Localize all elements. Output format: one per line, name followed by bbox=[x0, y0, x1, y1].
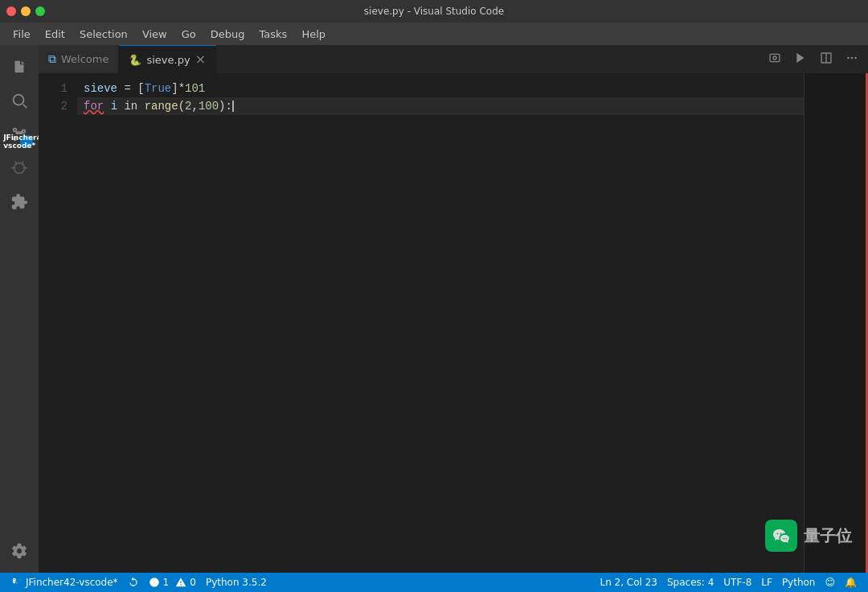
wechat-icon bbox=[765, 520, 797, 552]
status-sync[interactable] bbox=[123, 573, 144, 592]
editor-area: ⧉ Welcome 🐍 sieve.py × bbox=[39, 45, 868, 573]
tab-welcome-label: Welcome bbox=[61, 53, 108, 65]
camera-icon[interactable] bbox=[765, 48, 784, 71]
svg-point-6 bbox=[773, 56, 776, 60]
vscode-icon: ⧉ bbox=[48, 52, 56, 66]
svg-rect-5 bbox=[770, 54, 780, 61]
activity-extensions[interactable] bbox=[4, 187, 35, 217]
status-eol[interactable]: LF bbox=[756, 577, 777, 588]
tab-close-button[interactable]: × bbox=[195, 53, 206, 66]
git-icon bbox=[11, 577, 23, 588]
tab-sieve[interactable]: 🐍 sieve.py × bbox=[119, 45, 216, 73]
error-icon bbox=[149, 577, 160, 588]
activity-bar: JFincher42-vscode* bbox=[0, 45, 39, 573]
error-count: 1 bbox=[163, 577, 170, 588]
status-language[interactable]: Python bbox=[777, 577, 821, 588]
code-line-1: sieve = [True]*101 bbox=[77, 80, 804, 97]
minimize-button[interactable] bbox=[21, 6, 31, 16]
menu-edit[interactable]: Edit bbox=[39, 26, 72, 43]
status-encoding[interactable]: UTF-8 bbox=[719, 577, 756, 588]
code-editor[interactable]: 1 2 sieve = [True]*101 for i in range(2,… bbox=[39, 73, 868, 573]
svg-marker-7 bbox=[796, 53, 804, 63]
warning-count: 0 bbox=[190, 577, 196, 588]
watermark-text: 量子位 bbox=[804, 525, 852, 547]
menu-selection[interactable]: Selection bbox=[73, 26, 134, 43]
main-layout: JFincher42-vscode* bbox=[0, 45, 868, 573]
notification-icon: 🔔 bbox=[845, 577, 857, 588]
spaces-text: Spaces: 4 bbox=[667, 577, 714, 588]
svg-point-0 bbox=[14, 95, 24, 105]
menu-view[interactable]: View bbox=[136, 26, 174, 43]
svg-point-11 bbox=[851, 56, 854, 59]
window-controls bbox=[6, 6, 45, 16]
encoding-text: UTF-8 bbox=[723, 577, 751, 588]
svg-point-15 bbox=[154, 584, 154, 585]
menu-tasks[interactable]: Tasks bbox=[253, 26, 294, 43]
python-icon: 🐍 bbox=[129, 54, 141, 66]
eol-text: LF bbox=[761, 577, 772, 588]
status-spaces[interactable]: Spaces: 4 bbox=[662, 577, 719, 588]
status-notifications[interactable]: 🔔 bbox=[840, 577, 862, 588]
git-branch-text: JFincher42-vscode* bbox=[26, 577, 118, 588]
title-bar: sieve.py - Visual Studio Code bbox=[0, 0, 868, 23]
activity-explorer[interactable] bbox=[4, 51, 35, 82]
watermark: 量子位 bbox=[765, 520, 852, 552]
tab-sieve-label: sieve.py bbox=[146, 54, 190, 66]
window-title: sieve.py - Visual Studio Code bbox=[364, 6, 504, 17]
svg-point-12 bbox=[854, 56, 857, 59]
editor-toolbar bbox=[759, 45, 868, 73]
status-git-branch[interactable]: JFincher42-vscode* bbox=[6, 573, 123, 592]
maximize-button[interactable] bbox=[35, 6, 45, 16]
svg-point-2 bbox=[14, 163, 25, 174]
status-errors[interactable]: 1 0 bbox=[144, 573, 201, 592]
split-editor-icon[interactable] bbox=[817, 48, 836, 71]
sync-icon bbox=[128, 577, 139, 588]
activity-debug[interactable] bbox=[4, 153, 35, 183]
svg-line-1 bbox=[23, 105, 27, 109]
ln-col-text: Ln 2, Col 23 bbox=[600, 577, 657, 588]
source-control-badge: JFincher42-vscode* bbox=[20, 135, 33, 148]
language-text: Python bbox=[782, 577, 816, 588]
menu-debug[interactable]: Debug bbox=[204, 26, 252, 43]
tabs-bar: ⧉ Welcome 🐍 sieve.py × bbox=[39, 45, 868, 73]
status-python-version[interactable]: Python 3.5.2 bbox=[201, 573, 272, 592]
menu-file[interactable]: File bbox=[6, 26, 37, 43]
menu-go[interactable]: Go bbox=[175, 26, 203, 43]
menu-help[interactable]: Help bbox=[295, 26, 332, 43]
svg-point-10 bbox=[847, 56, 850, 59]
status-bar: JFincher42-vscode* 1 0 Python 3.5.2 Ln 2… bbox=[0, 573, 868, 592]
status-ln-col[interactable]: Ln 2, Col 23 bbox=[595, 577, 662, 588]
minimap bbox=[804, 73, 868, 573]
code-content[interactable]: sieve = [True]*101 for i in range(2,100)… bbox=[77, 73, 804, 573]
activity-search[interactable] bbox=[4, 85, 35, 116]
activity-source-control[interactable]: JFincher42-vscode* bbox=[4, 119, 35, 150]
status-bar-right: Ln 2, Col 23 Spaces: 4 UTF-8 LF Python 😊… bbox=[595, 577, 862, 588]
status-feedback[interactable]: 😊 bbox=[820, 577, 840, 588]
close-button[interactable] bbox=[6, 6, 16, 16]
python-version-text: Python 3.5.2 bbox=[206, 577, 267, 588]
code-line-2: for i in range(2,100): bbox=[77, 97, 804, 115]
feedback-icon: 😊 bbox=[825, 577, 835, 588]
play-icon[interactable] bbox=[791, 48, 810, 71]
line-numbers: 1 2 bbox=[39, 73, 77, 573]
menu-bar: File Edit Selection View Go Debug Tasks … bbox=[0, 23, 868, 45]
more-icon[interactable] bbox=[842, 48, 862, 71]
tab-welcome[interactable]: ⧉ Welcome bbox=[39, 45, 119, 73]
warning-icon bbox=[175, 577, 186, 588]
activity-settings[interactable] bbox=[4, 536, 35, 566]
